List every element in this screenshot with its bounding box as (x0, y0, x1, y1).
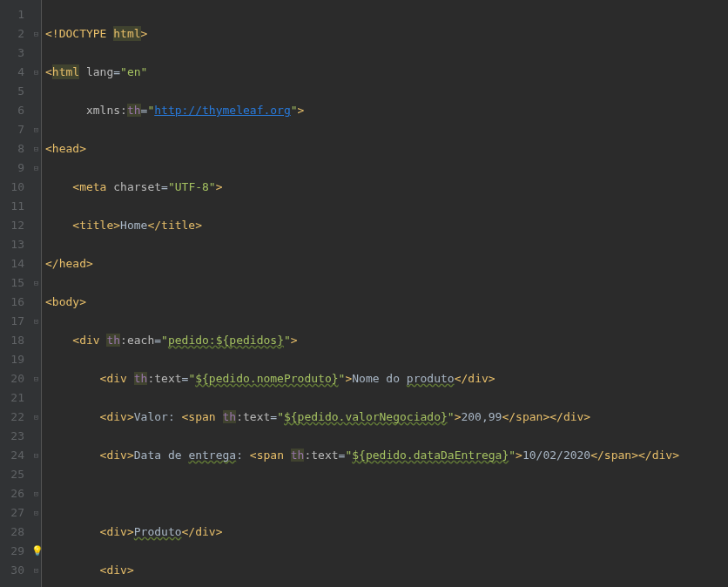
fold-marker[interactable]: ⊟ (31, 24, 41, 44)
fold-marker[interactable] (31, 254, 41, 273)
fold-marker[interactable] (31, 82, 41, 101)
line-number[interactable]: 2 (0, 24, 24, 44)
line-number[interactable]: 17 (0, 312, 24, 331)
code-line: <body> (45, 293, 728, 312)
fold-marker[interactable] (31, 216, 41, 235)
fold-marker[interactable]: ⊡ (31, 484, 41, 503)
code-line: <meta charset="UTF-8"> (45, 178, 728, 197)
line-number[interactable]: 13 (0, 235, 24, 254)
fold-marker[interactable] (31, 350, 41, 369)
fold-marker[interactable]: ⊟ (31, 63, 41, 82)
code-line: <div>Data de entrega: <span th:text="${p… (45, 446, 728, 465)
code-line: <title>Home</title> (45, 216, 728, 235)
intention-bulb-icon[interactable]: 💡 (31, 542, 41, 561)
fold-marker[interactable]: ⊡ (31, 120, 41, 139)
line-number[interactable]: 30 (0, 561, 24, 580)
line-number[interactable]: 24 (0, 446, 24, 465)
line-number[interactable]: 29 (0, 542, 24, 561)
line-number[interactable]: 23 (0, 427, 24, 446)
fold-marker[interactable]: ⊟ (31, 369, 41, 388)
fold-marker[interactable] (31, 331, 41, 350)
line-number[interactable]: 12 (0, 216, 24, 235)
line-number[interactable]: 14 (0, 254, 24, 273)
code-editor[interactable]: <!DOCTYPE html> <html lang="en" xmlns:th… (42, 0, 728, 587)
fold-marker[interactable]: ⊟ (31, 446, 41, 465)
code-line: <div>Valor: <span th:text="${pedido.valo… (45, 408, 728, 427)
fold-marker[interactable] (31, 465, 41, 484)
fold-marker[interactable] (31, 235, 41, 254)
code-line: <!DOCTYPE html> (45, 24, 728, 44)
code-line: <div>Produto</div> (45, 523, 728, 542)
line-number-gutter: 1 2 3 4 5 6 7 8 9 10 11 12 13 14 15 16 1… (0, 0, 31, 587)
fold-marker[interactable]: ⊡ (31, 561, 41, 580)
code-line (45, 484, 728, 503)
line-number[interactable]: 9 (0, 159, 24, 178)
line-number[interactable]: 7 (0, 120, 24, 139)
line-number[interactable]: 6 (0, 101, 24, 120)
fold-marker[interactable] (31, 101, 41, 120)
fold-marker[interactable]: ⊡ (31, 408, 41, 427)
line-number[interactable]: 3 (0, 44, 24, 63)
line-number[interactable]: 27 (0, 503, 24, 523)
fold-marker[interactable]: ⊟ (31, 139, 41, 159)
fold-gutter: ⊟ ⊟ ⊡ ⊟ ⊟ ⊟ ⊡ ⊟ ⊡ ⊟ ⊡ ⊡ 💡 ⊡ (31, 0, 42, 587)
fold-marker[interactable] (31, 178, 41, 197)
code-line: <html lang="en" (45, 63, 728, 82)
line-number[interactable]: 19 (0, 350, 24, 369)
line-number[interactable]: 1 (0, 5, 24, 24)
fold-marker[interactable] (31, 44, 41, 63)
line-number[interactable]: 4 (0, 63, 24, 82)
line-number[interactable]: 25 (0, 465, 24, 484)
fold-marker[interactable] (31, 197, 41, 216)
code-line: <div> (45, 561, 728, 580)
code-line: <div th:text="${pedido.nomeProduto}">Nom… (45, 369, 728, 388)
code-line: </head> (45, 254, 728, 273)
fold-marker[interactable]: ⊡ (31, 312, 41, 331)
fold-marker[interactable] (31, 523, 41, 542)
line-number[interactable]: 15 (0, 273, 24, 293)
line-number[interactable]: 26 (0, 484, 24, 503)
fold-marker[interactable] (31, 388, 41, 408)
fold-marker[interactable]: ⊟ (31, 273, 41, 293)
fold-marker[interactable]: ⊡ (31, 503, 41, 523)
line-number[interactable]: 21 (0, 388, 24, 408)
line-number[interactable]: 5 (0, 82, 24, 101)
code-line: xmlns:th="http://thymeleaf.org"> (45, 101, 728, 120)
line-number[interactable]: 20 (0, 369, 24, 388)
line-number[interactable]: 18 (0, 331, 24, 350)
line-number[interactable]: 16 (0, 293, 24, 312)
fold-marker[interactable]: ⊟ (31, 159, 41, 178)
fold-marker[interactable] (31, 293, 41, 312)
code-line: <head> (45, 139, 728, 159)
line-number[interactable]: 28 (0, 523, 24, 542)
line-number[interactable]: 10 (0, 178, 24, 197)
line-number[interactable]: 22 (0, 408, 24, 427)
line-number[interactable]: 11 (0, 197, 24, 216)
line-number[interactable]: 8 (0, 139, 24, 159)
code-line: <div th:each="pedido:${pedidos}"> (45, 331, 728, 350)
fold-marker[interactable] (31, 5, 41, 24)
fold-marker[interactable] (31, 427, 41, 446)
